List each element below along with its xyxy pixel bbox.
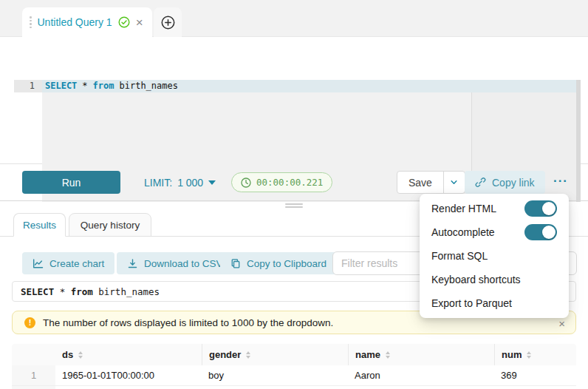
column-label: ds <box>62 349 73 360</box>
menu-item-render-html[interactable]: Render HTML <box>423 197 566 220</box>
more-options-menu: Render HTML Autocomplete Format SQL Keyb… <box>420 194 569 318</box>
query-tab-label: Untitled Query 1 <box>38 16 112 28</box>
create-chart-button[interactable]: Create chart <box>22 252 114 274</box>
column-label: gender <box>209 349 241 360</box>
table-row[interactable]: 1 1965-01-01T00:00:00 boy Aaron 369 <box>12 365 576 386</box>
sort-icon[interactable] <box>386 351 390 359</box>
row-index-header <box>12 344 55 365</box>
tab-results[interactable]: Results <box>13 213 66 237</box>
pane-resize-handle[interactable] <box>285 203 303 209</box>
menu-item-label: Keyboard shortcuts <box>431 274 521 285</box>
create-chart-label: Create chart <box>49 258 104 269</box>
sort-icon[interactable] <box>527 351 531 359</box>
cell-ds: 1965-01-01T00:00:00 <box>55 365 202 385</box>
caret-down-icon <box>208 180 216 185</box>
limit-value: 1 000 <box>177 177 203 189</box>
more-menu-button[interactable]: ··· <box>553 169 568 192</box>
copy-link-button[interactable]: Copy link <box>465 171 545 194</box>
alert-message: The number of rows displayed is limited … <box>43 317 333 328</box>
copy-icon <box>230 258 241 269</box>
link-icon <box>475 177 486 188</box>
menu-item-autocomplete[interactable]: Autocomplete <box>423 220 566 244</box>
save-split-button: Save <box>397 171 465 194</box>
limit-dropdown[interactable]: LIMIT: 1 000 <box>144 171 216 194</box>
menu-item-label: Export to Parquet <box>431 297 512 309</box>
menu-item-export-parquet[interactable]: Export to Parquet <box>423 291 566 315</box>
sql-keyword: SELECT <box>21 286 54 297</box>
elapsed-timer-badge: 00:00:00.221 <box>231 172 332 192</box>
save-options-caret[interactable] <box>443 172 465 193</box>
sql-keyword: from <box>71 286 93 297</box>
tab-query-history[interactable]: Query history <box>69 213 151 237</box>
check-circle-icon <box>118 16 130 28</box>
column-header-num[interactable]: num <box>494 344 576 365</box>
elapsed-time: 00:00:00.221 <box>256 177 323 188</box>
close-tab-icon[interactable]: × <box>136 16 143 29</box>
sql-star: * <box>82 81 87 91</box>
cell-name: Aaron <box>348 365 494 385</box>
download-csv-label: Download to CSV <box>144 258 223 269</box>
download-csv-button[interactable]: Download to CSV <box>117 252 233 274</box>
sql-keyword: from <box>93 81 114 91</box>
sql-lab-page: Untitled Query 1 × 1 SELECT*frombirth_na… <box>0 0 588 389</box>
row-index-cell: 1 <box>12 365 55 385</box>
autocomplete-toggle[interactable] <box>524 224 557 240</box>
query-tab-active[interactable]: Untitled Query 1 × <box>22 7 152 37</box>
warning-icon: ! <box>24 317 35 328</box>
sql-editor[interactable]: 1 SELECT*frombirth_names <box>0 38 588 164</box>
row-index-cell <box>12 386 55 389</box>
column-header-name[interactable]: name <box>348 344 494 365</box>
plus-circle-icon <box>161 16 175 30</box>
chart-icon <box>33 258 44 269</box>
sql-table-name: birth_names <box>120 81 178 91</box>
render-html-toggle[interactable] <box>524 200 557 217</box>
alert-close-icon[interactable]: × <box>558 317 565 330</box>
menu-item-label: Format SQL <box>431 250 488 262</box>
editor-scrollbar[interactable] <box>576 80 581 202</box>
copy-link-label: Copy link <box>492 177 535 189</box>
sort-icon[interactable] <box>78 351 83 359</box>
editor-code-line[interactable]: SELECT*frombirth_names <box>45 80 178 92</box>
download-icon <box>127 258 138 269</box>
sort-icon[interactable] <box>246 351 250 359</box>
results-table: ds gender name num 1 1965-01-01T00:00:00… <box>12 344 576 389</box>
editor-line-number: 1 <box>14 80 42 92</box>
menu-item-format-sql[interactable]: Format SQL <box>423 244 566 268</box>
menu-item-label: Render HTML <box>431 203 496 214</box>
column-label: name <box>355 349 380 360</box>
column-header-ds[interactable]: ds <box>55 344 202 365</box>
run-button[interactable]: Run <box>22 171 120 194</box>
column-header-gender[interactable]: gender <box>202 344 348 365</box>
sql-keyword: SELECT <box>45 81 77 91</box>
query-tab-bar: Untitled Query 1 × <box>0 0 588 37</box>
sql-table-name: birth_names <box>98 286 160 297</box>
clock-icon <box>241 177 251 188</box>
table-row-partial <box>12 386 576 389</box>
cell-num: 369 <box>494 365 576 385</box>
sql-star: * <box>60 286 66 297</box>
column-label: num <box>502 349 522 360</box>
save-button[interactable]: Save <box>397 172 443 193</box>
add-tab-button[interactable] <box>154 7 182 37</box>
menu-item-keyboard-shortcuts[interactable]: Keyboard shortcuts <box>423 268 566 291</box>
copy-clipboard-button[interactable]: Copy to Clipboard <box>220 252 337 274</box>
cell-gender: boy <box>202 365 348 385</box>
menu-item-label: Autocomplete <box>431 226 495 238</box>
table-header-row: ds gender name num <box>12 344 576 365</box>
limit-label: LIMIT: <box>144 177 172 189</box>
copy-clipboard-label: Copy to Clipboard <box>247 258 327 269</box>
drag-handle-icon[interactable] <box>30 16 32 28</box>
